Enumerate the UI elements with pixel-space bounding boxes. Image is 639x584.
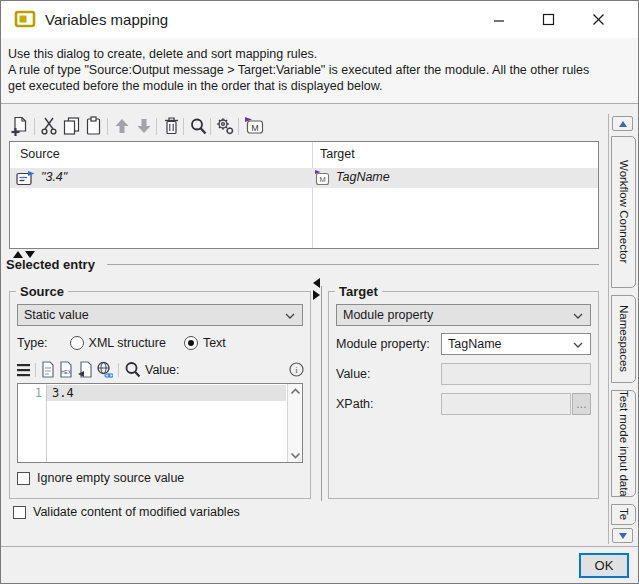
web-link-icon[interactable] bbox=[96, 361, 113, 379]
copy-button[interactable] bbox=[60, 115, 82, 137]
toolbar-separator bbox=[107, 118, 108, 135]
row-target-value: TagName bbox=[336, 170, 390, 184]
target-group-label: Target bbox=[335, 284, 382, 299]
source-target-splitter[interactable] bbox=[321, 286, 322, 501]
search-value-icon[interactable] bbox=[124, 361, 142, 379]
column-header-source: Source bbox=[20, 142, 60, 167]
svg-text:M: M bbox=[319, 175, 325, 184]
close-button[interactable] bbox=[581, 4, 615, 34]
splitter-collapse-left[interactable] bbox=[313, 278, 320, 288]
target-kind-dropdown[interactable]: Module property bbox=[336, 304, 591, 326]
new-rule-button[interactable] bbox=[9, 115, 31, 137]
column-divider bbox=[312, 142, 313, 248]
toolbar-separator bbox=[35, 363, 36, 377]
current-line-highlight bbox=[47, 385, 286, 401]
target-value-label: Value: bbox=[336, 367, 371, 381]
tab-namespaces[interactable]: Namespaces bbox=[611, 295, 636, 383]
source-kind-dropdown[interactable]: Static value bbox=[17, 304, 303, 326]
ignore-empty-checkbox-row[interactable]: Ignore empty source value bbox=[17, 471, 184, 485]
svg-text:i: i bbox=[295, 365, 298, 375]
move-up-button[interactable] bbox=[111, 115, 133, 137]
toolbar-separator bbox=[238, 118, 239, 135]
tab-clipped[interactable]: Te bbox=[611, 504, 636, 525]
hex-document-icon[interactable]: HEX bbox=[59, 361, 74, 379]
radio-text-label[interactable]: Text bbox=[203, 336, 226, 350]
radio-xml-structure-label[interactable]: XML structure bbox=[89, 336, 166, 350]
scroll-down-arrow-icon bbox=[619, 533, 627, 539]
validate-checkbox-row[interactable]: Validate content of modified variables bbox=[13, 505, 240, 519]
copy-icon bbox=[62, 116, 81, 136]
svg-text:HEX: HEX bbox=[61, 370, 70, 375]
text-document-icon[interactable] bbox=[41, 361, 56, 379]
module-property-label: Module property: bbox=[336, 337, 430, 351]
delete-button[interactable] bbox=[160, 115, 182, 137]
validate-checkbox[interactable] bbox=[13, 506, 26, 519]
maximize-button[interactable] bbox=[531, 4, 565, 34]
toolbar-separator bbox=[156, 118, 157, 135]
variables-mapping-dialog: Variables mapping Use this dialog to cre… bbox=[0, 0, 639, 584]
editor-text[interactable]: 3.4 bbox=[52, 386, 74, 400]
module-property-icon: M bbox=[314, 170, 332, 186]
module-mapping-icon: M bbox=[243, 116, 267, 136]
gutter-divider bbox=[46, 384, 47, 462]
module-mapping-button[interactable]: M bbox=[242, 115, 268, 137]
module-property-dropdown[interactable]: TagName bbox=[441, 333, 591, 355]
static-value-editor[interactable]: 1 3.4 bbox=[17, 383, 303, 463]
tabs-scroll-up-button[interactable] bbox=[612, 116, 633, 131]
chevron-down-icon bbox=[285, 313, 295, 319]
move-down-button[interactable] bbox=[133, 115, 155, 137]
tab-test-mode-input-data[interactable]: Test mode input data bbox=[611, 390, 636, 497]
delete-icon bbox=[162, 116, 181, 136]
instruction-panel: Use this dialog to create, delete and so… bbox=[1, 38, 638, 104]
ignore-empty-checkbox[interactable] bbox=[17, 472, 30, 485]
ok-button[interactable]: OK bbox=[579, 553, 629, 578]
chevron-down-icon bbox=[573, 313, 583, 319]
settings-button[interactable] bbox=[214, 115, 236, 137]
tab-workflow-connector[interactable]: Workflow Connector bbox=[611, 136, 636, 288]
mapping-rules-table[interactable]: Source Target "3.4" M TagName bbox=[9, 141, 599, 249]
radio-text[interactable] bbox=[184, 336, 198, 350]
module-property-value: TagName bbox=[448, 337, 502, 351]
source-kind-value: Static value bbox=[24, 308, 89, 322]
selected-entry-rule bbox=[107, 264, 599, 265]
line-number: 1 bbox=[18, 386, 42, 400]
ignore-empty-label[interactable]: Ignore empty source value bbox=[37, 471, 184, 485]
instruction-line-3: get executed before the module in the or… bbox=[8, 79, 383, 93]
table-row[interactable]: "3.4" M TagName bbox=[10, 168, 598, 188]
search-icon bbox=[189, 117, 208, 136]
footer-divider bbox=[1, 546, 638, 547]
window-title: Variables mapping bbox=[45, 11, 168, 28]
radio-xml-structure[interactable] bbox=[70, 336, 84, 350]
tab-strip-divider bbox=[608, 114, 609, 544]
app-icon bbox=[14, 10, 36, 29]
target-value-field bbox=[441, 363, 591, 385]
scroll-down-icon[interactable] bbox=[290, 452, 301, 459]
editor-scrollbar[interactable] bbox=[287, 384, 302, 462]
info-icon[interactable]: i bbox=[289, 362, 304, 377]
svg-text:M: M bbox=[251, 123, 259, 133]
scroll-up-icon[interactable] bbox=[290, 388, 301, 395]
title-bar: Variables mapping bbox=[1, 1, 638, 38]
cut-button[interactable] bbox=[38, 115, 60, 137]
static-value-icon bbox=[16, 171, 36, 186]
paste-icon bbox=[84, 116, 103, 136]
new-rule-icon bbox=[10, 116, 30, 136]
import-document-icon[interactable] bbox=[77, 361, 93, 379]
paste-button[interactable] bbox=[82, 115, 104, 137]
validate-label[interactable]: Validate content of modified variables bbox=[33, 505, 240, 519]
toolbar-separator bbox=[183, 118, 184, 135]
value-label: Value: bbox=[145, 363, 180, 377]
menu-icon[interactable] bbox=[17, 363, 31, 377]
instruction-line-1: Use this dialog to create, delete and so… bbox=[8, 47, 317, 61]
search-button[interactable] bbox=[187, 115, 209, 137]
value-editor-toolbar: HEX Value: i bbox=[17, 361, 303, 379]
close-icon bbox=[592, 13, 605, 26]
maximize-icon bbox=[542, 13, 555, 26]
toolbar-separator bbox=[210, 118, 211, 135]
minimize-button[interactable] bbox=[482, 4, 516, 34]
splitter-collapse-right[interactable] bbox=[313, 290, 320, 300]
minimize-icon bbox=[493, 13, 505, 25]
xpath-browse-button[interactable]: ... bbox=[572, 393, 591, 415]
type-label: Type: bbox=[17, 336, 48, 350]
tabs-scroll-down-button[interactable] bbox=[612, 528, 633, 543]
